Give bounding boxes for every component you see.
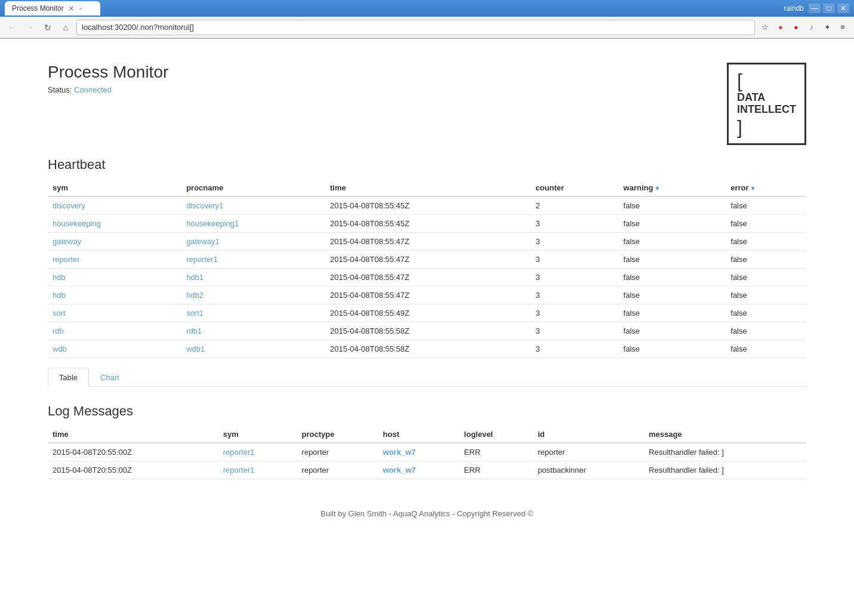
log-cell-host: work_w7	[378, 461, 460, 479]
cell-error: false	[726, 269, 806, 287]
log-cell-message: Resulthandler failed: ]	[644, 461, 806, 479]
log-table-body: 2015-04-08T20:55:00Z reporter1 reporter …	[48, 443, 806, 479]
cell-error: false	[726, 215, 806, 233]
cell-time: 2015-04-08T08:55:47Z	[325, 251, 531, 269]
table-row: wdb wdb1 2015-04-08T08:55:58Z 3 false fa…	[48, 340, 806, 358]
log-header-row: time sym proctype host loglevel id messa…	[48, 426, 806, 443]
status-label: Status:	[48, 85, 72, 94]
heartbeat-tab-bar: Table Chart	[48, 368, 806, 387]
reload-button[interactable]: ↻	[41, 20, 55, 35]
tab-chart[interactable]: Chart	[89, 368, 131, 387]
tab-title: Process Monitor	[12, 4, 64, 13]
logo-bracket-left: [	[737, 70, 742, 91]
cell-procname: sort1	[181, 304, 325, 322]
log-col-message: message	[644, 426, 806, 443]
cell-error: false	[726, 322, 806, 340]
browser-tab[interactable]: Process Monitor ✕ +	[5, 1, 100, 16]
cell-counter: 3	[531, 233, 618, 251]
cell-sym: wdb	[48, 340, 181, 358]
ext-icon-3[interactable]: ♪	[805, 21, 818, 34]
table-row: discovery discovery1 2015-04-08T08:55:45…	[48, 196, 806, 215]
cell-time: 2015-04-08T08:55:58Z	[325, 340, 531, 358]
menu-icon[interactable]: ≡	[836, 21, 849, 34]
browser-chrome: Process Monitor ✕ + raindb — □ ✕ ← → ↻ ⌂…	[0, 0, 854, 39]
cell-time: 2015-04-08T08:55:47Z	[325, 269, 531, 287]
log-cell-proctype: reporter	[297, 443, 378, 461]
maximize-button[interactable]: □	[823, 4, 835, 13]
col-time: time	[325, 180, 531, 196]
cell-procname: gateway1	[181, 233, 325, 251]
cell-error: false	[726, 251, 806, 269]
heartbeat-table: sym procname time counter warning▼ error…	[48, 180, 806, 358]
cell-counter: 3	[531, 287, 618, 304]
table-row: rdb rdb1 2015-04-08T08:55:58Z 3 false fa…	[48, 322, 806, 340]
log-cell-loglevel: ERR	[460, 443, 534, 461]
ext-icon-2[interactable]: ●	[790, 21, 803, 34]
new-tab-icon[interactable]: +	[79, 5, 82, 12]
cell-counter: 3	[531, 304, 618, 322]
log-cell-host: work_w7	[378, 443, 460, 461]
error-sort-icon[interactable]: ▼	[750, 185, 756, 192]
address-bar[interactable]	[76, 20, 755, 35]
cell-error: false	[726, 196, 806, 215]
log-cell-id: postbackinner	[533, 461, 644, 479]
table-row: reporter reporter1 2015-04-08T08:55:47Z …	[48, 251, 806, 269]
log-col-id: id	[533, 426, 644, 443]
table-row: housekeeping housekeeping1 2015-04-08T08…	[48, 215, 806, 233]
cell-counter: 3	[531, 322, 618, 340]
col-counter: counter	[531, 180, 618, 196]
cell-sym: discovery	[48, 196, 181, 215]
window-controls[interactable]: — □ ✕	[809, 4, 849, 13]
minimize-button[interactable]: —	[809, 4, 821, 13]
cell-warning: false	[619, 304, 726, 322]
tab-table[interactable]: Table	[48, 368, 89, 387]
log-cell-proctype: reporter	[297, 461, 378, 479]
log-col-proctype: proctype	[297, 426, 378, 443]
logo-text: DATA INTELLECT	[737, 92, 796, 116]
home-button[interactable]: ⌂	[58, 20, 73, 35]
log-cell-sym: reporter1	[218, 443, 297, 461]
heartbeat-header-row: sym procname time counter warning▼ error…	[48, 180, 806, 196]
heartbeat-section: Heartbeat sym procname time counter warn…	[48, 157, 806, 387]
tab-close-icon[interactable]: ✕	[69, 5, 74, 13]
cell-counter: 3	[531, 340, 618, 358]
cell-warning: false	[619, 322, 726, 340]
table-row: gateway gateway1 2015-04-08T08:55:47Z 3 …	[48, 233, 806, 251]
cell-time: 2015-04-08T08:55:47Z	[325, 233, 531, 251]
log-cell-sym: reporter1	[218, 461, 297, 479]
col-procname: procname	[181, 180, 325, 196]
ext-icon-1[interactable]: ●	[774, 21, 787, 34]
browser-titlebar: Process Monitor ✕ + raindb — □ ✕	[0, 0, 854, 17]
cell-time: 2015-04-08T08:55:45Z	[325, 196, 531, 215]
col-error[interactable]: error▼	[726, 180, 806, 196]
cell-sym: hdb	[48, 269, 181, 287]
cell-time: 2015-04-08T08:55:45Z	[325, 215, 531, 233]
log-col-loglevel: loglevel	[460, 426, 534, 443]
cell-error: false	[726, 304, 806, 322]
col-sym: sym	[48, 180, 181, 196]
list-item: 2015-04-08T20:55:00Z reporter1 reporter …	[48, 461, 806, 479]
page-content: Process Monitor Status: Connected [ DATA…	[0, 39, 854, 616]
log-cell-time: 2015-04-08T20:55:00Z	[48, 461, 218, 479]
warning-sort-icon[interactable]: ▼	[654, 185, 660, 192]
cell-warning: false	[619, 251, 726, 269]
log-col-host: host	[378, 426, 460, 443]
col-warning[interactable]: warning▼	[619, 180, 726, 196]
footer-text: Built by Glen Smith - AquaQ Analytics - …	[320, 509, 533, 518]
log-col-time: time	[48, 426, 218, 443]
close-button[interactable]: ✕	[837, 4, 849, 13]
cell-time: 2015-04-08T08:55:47Z	[325, 287, 531, 304]
cell-procname: discovery1	[181, 196, 325, 215]
ext-icon-4[interactable]: ✦	[821, 21, 834, 34]
footer: Built by Glen Smith - AquaQ Analytics - …	[48, 503, 806, 518]
log-messages-table: time sym proctype host loglevel id messa…	[48, 426, 806, 479]
cell-counter: 2	[531, 196, 618, 215]
cell-sym: sort	[48, 304, 181, 322]
cell-procname: hdb2	[181, 287, 325, 304]
log-cell-message: Resulthandler failed: ]	[644, 443, 806, 461]
cell-sym: hdb	[48, 287, 181, 304]
bookmark-icon[interactable]: ☆	[759, 21, 772, 34]
cell-warning: false	[619, 287, 726, 304]
forward-button[interactable]: →	[23, 20, 37, 35]
back-button[interactable]: ←	[5, 20, 19, 35]
